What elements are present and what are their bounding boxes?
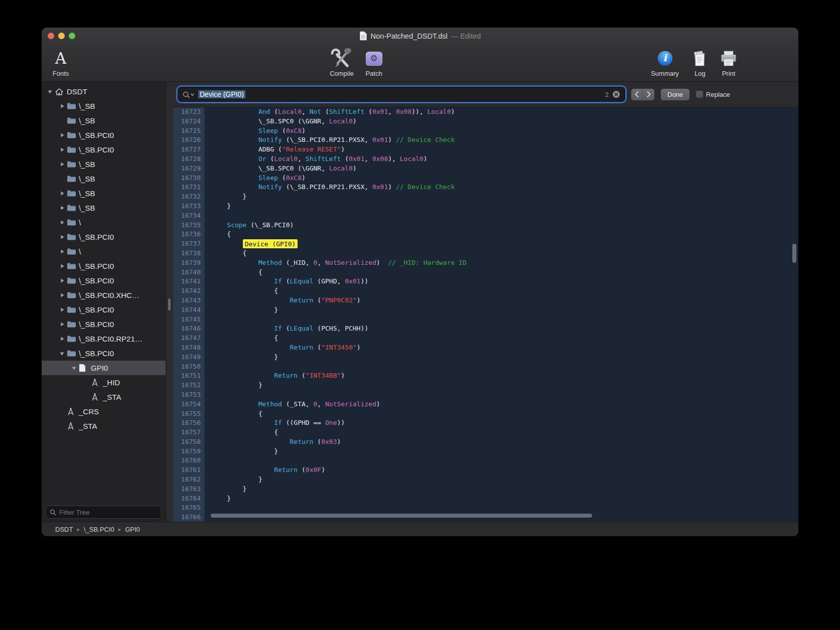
folder-icon (67, 204, 79, 212)
search-icon[interactable] (183, 91, 195, 98)
folder-icon (67, 102, 79, 110)
folder-icon (67, 306, 79, 313)
pane-splitter[interactable] (166, 82, 173, 522)
code-text: Or (Local0, ShiftLeft (0x01, 0x08), Loca… (205, 154, 428, 164)
code-line: 16748 Return ("INT3450") (173, 343, 798, 353)
disclosure-expanded-icon[interactable] (57, 351, 67, 356)
tree-item[interactable]: \ (42, 244, 166, 259)
filter-input[interactable] (59, 509, 158, 516)
vertical-scrollbar[interactable] (792, 244, 796, 263)
minimize-button[interactable] (58, 33, 65, 39)
done-button[interactable]: Done (661, 89, 689, 100)
tree-item[interactable]: DSDT (42, 84, 166, 99)
code-line: 16744 } (173, 305, 798, 315)
find-previous-button[interactable] (631, 89, 643, 100)
summary-button[interactable]: i Summary (649, 48, 681, 77)
tree-item[interactable]: GPI0 (42, 361, 166, 375)
code-line: 16742 { (173, 286, 798, 296)
patch-button[interactable]: ⚙ Patch (358, 48, 390, 77)
disclosure-collapsed-icon[interactable] (57, 132, 67, 138)
tree-item[interactable]: \_SB (42, 186, 166, 201)
code-text: If ((GPHD == One)) (205, 418, 345, 428)
tree-item[interactable]: \_SB.PCI0.RP21… (42, 332, 166, 346)
code-text: { (205, 428, 278, 437)
patch-icon: ⚙ (366, 52, 382, 66)
tree-item[interactable]: \_SB.PCI0 (42, 230, 166, 244)
tree-item[interactable]: \_SB (42, 99, 166, 113)
breadcrumb-item[interactable]: DSDT (55, 526, 73, 533)
code-line: 16750 (173, 362, 798, 372)
log-label: Log (694, 70, 706, 77)
patch-label: Patch (365, 70, 382, 77)
tree-item[interactable]: \_SB.PCI0 (42, 273, 166, 288)
tree-item[interactable]: \ (42, 215, 166, 230)
clear-search-button[interactable] (612, 90, 620, 98)
replace-checkbox[interactable] (696, 91, 703, 98)
tree-item[interactable]: \_SB.PCI0 (42, 317, 166, 332)
disclosure-expanded-icon[interactable] (69, 366, 79, 371)
splitter-handle-icon[interactable] (168, 298, 171, 310)
search-input[interactable]: Device (GPI0) 2 (178, 87, 625, 101)
line-number: 16723 (173, 107, 205, 117)
line-number: 16758 (173, 437, 205, 447)
home-icon (55, 88, 67, 96)
tree-item[interactable]: _HID (42, 375, 166, 390)
method-icon (91, 378, 103, 387)
tree-item[interactable]: \_SB.PCI0 (42, 128, 166, 142)
disclosure-collapsed-icon[interactable] (57, 205, 67, 211)
disclosure-collapsed-icon[interactable] (57, 263, 67, 269)
sidebar-tree: DSDT\_SB\_SB\_SB.PCI0\_SB.PCI0\_SB\_SB\_… (42, 82, 166, 433)
breadcrumb-item[interactable]: \_SB.PCI0 (84, 526, 114, 533)
log-icon (692, 48, 708, 69)
disclosure-collapsed-icon[interactable] (57, 336, 67, 342)
tree-item[interactable]: _STA (42, 419, 166, 433)
close-button[interactable] (48, 33, 54, 39)
horizontal-scrollbar[interactable] (211, 514, 592, 518)
disclosure-collapsed-icon[interactable] (57, 162, 67, 167)
tree-item[interactable]: \_SB (42, 113, 166, 128)
code-line: 16731 Notify (\_SB.PCI0.RP21.PXSX, 0x01)… (173, 183, 798, 192)
folder-icon (67, 146, 79, 153)
line-number: 16763 (173, 485, 205, 494)
log-button[interactable]: Log (684, 48, 716, 77)
line-number: 16733 (173, 202, 205, 211)
disclosure-collapsed-icon[interactable] (57, 147, 67, 152)
tree-item[interactable]: \_SB.PCI0.XHC… (42, 288, 166, 302)
tree-item-label: \_SB (79, 204, 95, 212)
disclosure-collapsed-icon[interactable] (57, 307, 67, 312)
tree-item[interactable]: \_SB.PCI0 (42, 259, 166, 273)
code-line: 16729 \_SB.SPC0 (\GGNR, Local0) (173, 164, 798, 174)
disclosure-collapsed-icon[interactable] (57, 191, 67, 196)
disclosure-expanded-icon[interactable] (45, 89, 55, 94)
disclosure-collapsed-icon[interactable] (57, 103, 67, 109)
tree-item-label: \_SB (79, 102, 95, 110)
line-number: 16766 (173, 513, 205, 522)
breadcrumb-item[interactable]: GPI0 (125, 526, 140, 533)
find-next-button[interactable] (643, 89, 654, 100)
tree-item[interactable]: \_SB.PCI0 (42, 302, 166, 317)
disclosure-collapsed-icon[interactable] (57, 278, 67, 283)
disclosure-collapsed-icon[interactable] (57, 249, 67, 254)
disclosure-collapsed-icon[interactable] (57, 292, 67, 298)
tree-item[interactable]: _CRS (42, 404, 166, 419)
filter-tree-field[interactable] (46, 506, 162, 519)
code-editor[interactable]: 16723 And (Local0, Not (ShiftLeft (0x01,… (173, 107, 798, 522)
zoom-button[interactable] (69, 33, 75, 39)
line-number: 16756 (173, 418, 205, 428)
fonts-button[interactable]: A Fonts (45, 48, 77, 77)
tree-item[interactable]: \_SB (42, 157, 166, 172)
disclosure-collapsed-icon[interactable] (57, 220, 67, 225)
compile-button[interactable]: Compile (326, 48, 358, 77)
disclosure-collapsed-icon[interactable] (57, 322, 67, 327)
tree-item[interactable]: \_SB (42, 201, 166, 215)
disclosure-collapsed-icon[interactable] (57, 234, 67, 240)
tree-item-label: \ (79, 247, 81, 256)
print-button[interactable]: Print (713, 48, 745, 77)
tree-item[interactable]: \_SB.PCI0 (42, 142, 166, 157)
code-line: 16733 } (173, 202, 798, 211)
tree-item[interactable]: \_SB.PCI0 (42, 346, 166, 361)
code-text: } (205, 381, 262, 390)
code-text: } (205, 475, 262, 485)
tree-item[interactable]: _STA (42, 390, 166, 404)
tree-item[interactable]: \_SB (42, 172, 166, 186)
